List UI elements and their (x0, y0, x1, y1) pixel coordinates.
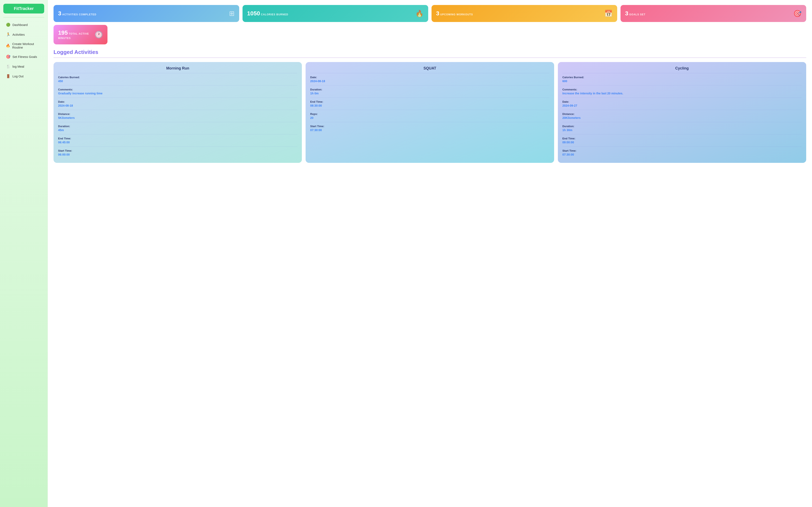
goals-number: 3 (625, 10, 628, 16)
squat-date-label: Date: (310, 76, 549, 79)
sidebar-item-set-goals[interactable]: 🎯 Set Fitness Goals (2, 52, 46, 61)
cycling-calories-label: Calories Burned: (563, 76, 802, 79)
morning-run-distance-label: Distance: (58, 112, 297, 116)
active-minutes-row: 195 TOTAL ACTIVE MINUTES 🕐 (54, 25, 806, 44)
squat-start-label: Start Time: (310, 125, 549, 128)
squat-field-duration: Duration: 1h 0m (310, 88, 549, 98)
section-divider (54, 57, 806, 58)
stat-card-goals: 3 GOALS SET 🎯 (621, 5, 806, 22)
sidebar-label-log-meal: log Meal (12, 65, 24, 68)
squat-field-end-time: End Time: 08:30:00 (310, 100, 549, 110)
cycling-date-label: Date: (563, 100, 802, 103)
squat-reps-value: 20 (310, 116, 549, 119)
morning-run-title: Morning Run (58, 66, 297, 73)
activity-card-morning-run: Morning Run Calories Burned: 450 Comment… (54, 62, 302, 163)
sidebar-label-activities: Activities (12, 33, 25, 36)
morning-run-field-start-time: Start Time: 06:00:00 (58, 149, 297, 159)
goals-label: GOALS SET (629, 13, 645, 16)
squat-field-start-time: Start Time: 07:30:00 (310, 125, 549, 134)
activity-card-cycling: Cycling Calories Burned: 600 Comments: I… (558, 62, 806, 163)
activities-icon: 🏃 (6, 33, 10, 37)
set-goals-icon: 🎯 (6, 55, 10, 59)
upcoming-number: 3 (436, 10, 440, 16)
log-meal-icon: 🍴 (6, 64, 10, 69)
activities-stat-icon: ⊞ (229, 9, 235, 17)
morning-run-field-comments: Comments: Gradually increase running tim… (58, 88, 297, 98)
sidebar-label-log-out: Log Out (12, 74, 23, 78)
cycling-field-end-time: End Time: 09:00:00 (563, 137, 802, 147)
morning-run-comments-label: Comments: (58, 88, 297, 91)
squat-title: SQUAT (310, 66, 549, 73)
cycling-field-date: Date: 2024-09-27 (563, 100, 802, 110)
squat-field-date: Date: 2024-08-18 (310, 76, 549, 86)
morning-run-field-distance: Distance: 5Kilometers (58, 112, 297, 122)
morning-run-end-label: End Time: (58, 137, 297, 140)
active-minutes-icon: 🕐 (95, 31, 103, 39)
morning-run-field-calories: Calories Burned: 450 (58, 76, 297, 86)
upcoming-label: UPCOMING WORKOUTS (440, 13, 473, 16)
stat-card-calories: 1050 CALORIES BURNED 🔥 (242, 5, 428, 22)
cycling-start-value: 07:30:00 (563, 153, 802, 156)
cycling-comments-value: Increase the intensity in the last 20 mi… (563, 92, 802, 95)
sidebar-item-create-workout[interactable]: 🔥 Create Workout Routine (2, 40, 46, 51)
sidebar: FitTracker 🟢 Dashboard 🏃 Activities 🔥 Cr… (0, 0, 48, 507)
sidebar-divider (3, 17, 44, 17)
calories-stat-icon: 🔥 (415, 9, 424, 17)
cycling-date-value: 2024-09-27 (563, 104, 802, 107)
cycling-field-calories: Calories Burned: 600 (563, 76, 802, 86)
sidebar-item-log-out[interactable]: 🚪 Log Out (2, 72, 46, 81)
squat-reps-label: Reps: (310, 112, 549, 116)
morning-run-date-value: 2024-08-18 (58, 104, 297, 107)
squat-duration-label: Duration: (310, 88, 549, 91)
dashboard-icon: 🟢 (6, 22, 10, 27)
stat-card-activities: 3 ACTIVITIES COMPLETED ⊞ (54, 5, 239, 22)
cycling-field-distance: Distance: 20Kilometers (563, 112, 802, 122)
active-minutes-number: 195 (58, 30, 68, 36)
calories-label: CALORIES BURNED (261, 13, 288, 16)
stats-row: 3 ACTIVITIES COMPLETED ⊞ 1050 CALORIES B… (54, 5, 806, 22)
activities-grid: Morning Run Calories Burned: 450 Comment… (54, 62, 806, 163)
sidebar-item-dashboard[interactable]: 🟢 Dashboard (2, 20, 46, 29)
squat-field-reps: Reps: 20 (310, 112, 549, 122)
stat-card-upcoming: 3 UPCOMING WORKOUTS 📅 (431, 5, 617, 22)
morning-run-field-duration: Duration: 45m (58, 125, 297, 134)
morning-run-date-label: Date: (58, 100, 297, 103)
morning-run-duration-label: Duration: (58, 125, 297, 128)
activities-number: 3 (58, 10, 61, 16)
squat-end-label: End Time: (310, 100, 549, 103)
sidebar-item-log-meal[interactable]: 🍴 log Meal (2, 62, 46, 71)
squat-end-value: 08:30:00 (310, 104, 549, 107)
sidebar-label-dashboard: Dashboard (12, 23, 27, 26)
stat-card-active-minutes: 195 TOTAL ACTIVE MINUTES 🕐 (54, 25, 108, 44)
cycling-distance-value: 20Kilometers (563, 116, 802, 119)
sidebar-item-activities[interactable]: 🏃 Activities (2, 30, 46, 39)
cycling-field-comments: Comments: Increase the intensity in the … (563, 88, 802, 98)
activities-label: ACTIVITIES COMPLETED (62, 13, 97, 16)
squat-duration-value: 1h 0m (310, 92, 549, 95)
morning-run-distance-value: 5Kilometers (58, 116, 297, 119)
cycling-field-start-time: Start Time: 07:30:00 (563, 149, 802, 159)
cycling-field-duration: Duration: 1h 30m (563, 125, 802, 134)
cycling-end-value: 09:00:00 (563, 140, 802, 144)
activity-card-squat: SQUAT Date: 2024-08-18 Duration: 1h 0m E… (305, 62, 554, 163)
upcoming-stat-icon: 📅 (604, 9, 613, 17)
morning-run-end-value: 06:45:00 (58, 140, 297, 144)
sidebar-label-set-goals: Set Fitness Goals (12, 55, 37, 58)
morning-run-comments-value: Gradually increase running time (58, 92, 297, 95)
morning-run-field-date: Date: 2024-08-18 (58, 100, 297, 110)
logged-activities-section: Logged Activities Morning Run Calories B… (54, 49, 806, 163)
squat-date-value: 2024-08-18 (310, 79, 549, 83)
morning-run-calories-value: 450 (58, 79, 297, 83)
cycling-start-label: Start Time: (563, 149, 802, 152)
calories-number: 1050 (247, 10, 260, 16)
cycling-calories-value: 600 (563, 79, 802, 83)
logo-button[interactable]: FitTracker (3, 4, 44, 13)
main-content: 3 ACTIVITIES COMPLETED ⊞ 1050 CALORIES B… (48, 0, 812, 507)
morning-run-field-end-time: End Time: 06:45:00 (58, 137, 297, 147)
cycling-duration-label: Duration: (563, 125, 802, 128)
cycling-title: Cycling (563, 66, 802, 73)
squat-start-value: 07:30:00 (310, 128, 549, 132)
sidebar-label-create-workout: Create Workout Routine (12, 42, 42, 49)
cycling-comments-label: Comments: (563, 88, 802, 91)
goals-stat-icon: 🎯 (793, 9, 802, 17)
